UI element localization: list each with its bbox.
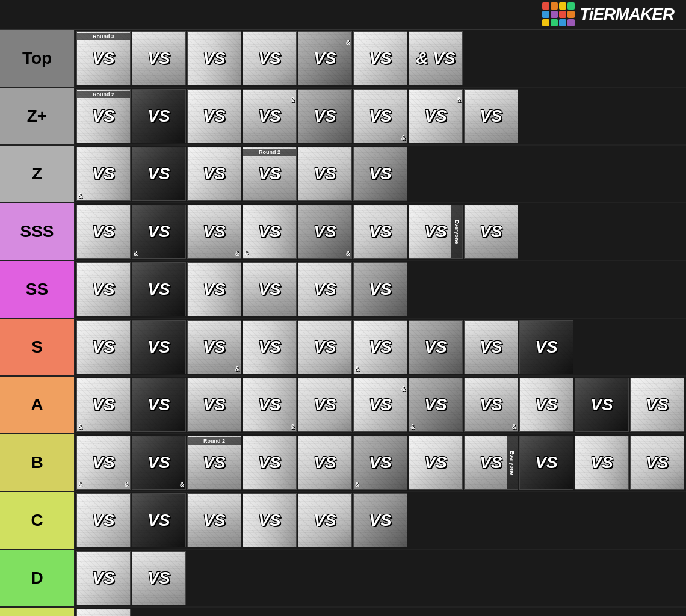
logo-cell bbox=[542, 11, 549, 18]
tier-items-currently: VS bbox=[75, 608, 686, 616]
tier-row-c: C VS VS VS VS bbox=[0, 492, 686, 550]
list-item: VS bbox=[353, 493, 407, 547]
list-item: VS bbox=[187, 262, 241, 316]
list-item: VS bbox=[353, 147, 407, 201]
tier-row-z: Z VS & VS VS Round 2 VS bbox=[0, 146, 686, 203]
list-item: VS & bbox=[298, 205, 352, 259]
logo-grid-icon bbox=[542, 2, 575, 26]
list-item: VS & bbox=[243, 205, 297, 259]
tier-label-c: C bbox=[0, 492, 75, 549]
list-item: Everyone VS bbox=[409, 205, 463, 259]
list-item: VS bbox=[409, 436, 463, 490]
list-item: VS bbox=[76, 205, 131, 259]
list-item: VS bbox=[187, 378, 241, 432]
list-item: VS & bbox=[132, 436, 186, 490]
tier-row-zplus: Z+ Round 2 VS VS VS VS bbox=[0, 88, 686, 146]
logo-cell bbox=[567, 2, 575, 10]
tier-label-sss: SSS bbox=[0, 203, 75, 260]
list-item: VS bbox=[298, 147, 352, 201]
list-item: VS & bbox=[76, 147, 131, 201]
tiermaker-logo-text: TiERMAKER bbox=[579, 5, 674, 24]
tier-items-z: VS & VS VS Round 2 VS bbox=[75, 146, 686, 202]
tier-items-d: VS VS bbox=[75, 550, 686, 606]
list-item: VS bbox=[132, 551, 186, 605]
list-item: VS bbox=[243, 320, 297, 374]
list-item: VS & bbox=[187, 320, 241, 374]
list-item: VS bbox=[298, 320, 352, 374]
logo-cell bbox=[567, 19, 575, 26]
list-item: VS bbox=[298, 493, 352, 547]
tier-items-b: VS & & VS & Round 2 VS VS bbox=[75, 434, 686, 491]
round-badge: Round 2 bbox=[188, 437, 241, 445]
logo-cell bbox=[559, 19, 566, 26]
list-item: VS bbox=[187, 31, 241, 85]
list-item: VS bbox=[243, 436, 297, 490]
list-item: Round 3 VS bbox=[76, 31, 131, 85]
list-item: VS bbox=[132, 147, 186, 201]
tier-row-currently: Currently on going VS bbox=[0, 608, 686, 616]
list-item: VS & bbox=[353, 89, 407, 143]
tier-items-zplus: Round 2 VS VS VS VS & bbox=[75, 88, 686, 144]
tier-items-sss: VS VS & VS & VS & bbox=[75, 203, 686, 260]
logo-cell bbox=[542, 19, 549, 26]
round-badge: Round 3 bbox=[77, 33, 130, 40]
tier-row-b: B VS & & VS & Round 2 VS bbox=[0, 434, 686, 492]
list-item: VS bbox=[464, 320, 518, 374]
round-badge: Round 2 bbox=[77, 91, 130, 98]
list-item: VS bbox=[187, 89, 241, 143]
list-item: VS & bbox=[353, 378, 407, 432]
list-item: VS bbox=[464, 205, 518, 259]
tier-row-sss: SSS VS VS & VS & VS bbox=[0, 203, 686, 261]
list-item: VS Everyone bbox=[464, 436, 518, 490]
list-item: VS bbox=[132, 262, 186, 316]
list-item: Round 2 VS bbox=[243, 147, 297, 201]
list-item: VS bbox=[76, 320, 131, 374]
list-item: VS bbox=[187, 493, 241, 547]
tier-label-top: Top bbox=[0, 30, 75, 87]
logo-cell bbox=[542, 2, 549, 10]
list-item: VS bbox=[187, 147, 241, 201]
tier-row-top: Top Round 3 VS VS VS VS bbox=[0, 30, 686, 88]
list-item: VS & bbox=[409, 89, 463, 143]
tier-label-b: B bbox=[0, 434, 75, 491]
list-item: VS & bbox=[132, 205, 186, 259]
list-item: VS bbox=[132, 493, 186, 547]
logo-cell bbox=[559, 2, 566, 10]
list-item: VS bbox=[575, 378, 629, 432]
logo-cell bbox=[551, 19, 558, 26]
tier-items-c: VS VS VS VS VS bbox=[75, 492, 686, 549]
list-item: VS bbox=[132, 89, 186, 143]
list-item: VS bbox=[132, 320, 186, 374]
list-item: VS bbox=[76, 493, 131, 547]
logo-cell bbox=[551, 2, 558, 10]
list-item: VS & bbox=[464, 378, 518, 432]
tier-items-a: VS & VS VS VS & bbox=[75, 377, 686, 433]
list-item: VS & bbox=[353, 436, 407, 490]
list-item: VS bbox=[409, 320, 463, 374]
list-item: VS bbox=[519, 436, 573, 490]
list-item: VS bbox=[630, 436, 684, 490]
tier-label-a: A bbox=[0, 377, 75, 433]
tier-items-s: VS VS VS & VS VS bbox=[75, 319, 686, 375]
list-item: VS bbox=[630, 378, 684, 432]
list-item: VS bbox=[575, 436, 629, 490]
everyone-badge: Everyone bbox=[507, 436, 518, 489]
list-item: VS bbox=[132, 378, 186, 432]
list-item: VS & bbox=[187, 205, 241, 259]
list-item: & VS bbox=[409, 31, 463, 85]
list-item: VS bbox=[298, 89, 352, 143]
tier-label-d: D bbox=[0, 550, 75, 606]
list-item: VS & bbox=[298, 31, 352, 85]
list-item: VS & & bbox=[76, 436, 131, 490]
logo-cell bbox=[559, 11, 566, 18]
list-item: VS bbox=[519, 320, 573, 374]
list-item: VS & bbox=[243, 89, 297, 143]
tier-label-currently: Currently on going bbox=[0, 608, 75, 616]
list-item: VS bbox=[353, 205, 407, 259]
list-item: VS bbox=[132, 31, 186, 85]
list-item: VS bbox=[76, 262, 131, 316]
list-item: VS bbox=[243, 31, 297, 85]
tier-items-top: Round 3 VS VS VS VS VS bbox=[75, 30, 686, 87]
list-item: VS bbox=[519, 378, 573, 432]
list-item: VS bbox=[76, 551, 131, 605]
